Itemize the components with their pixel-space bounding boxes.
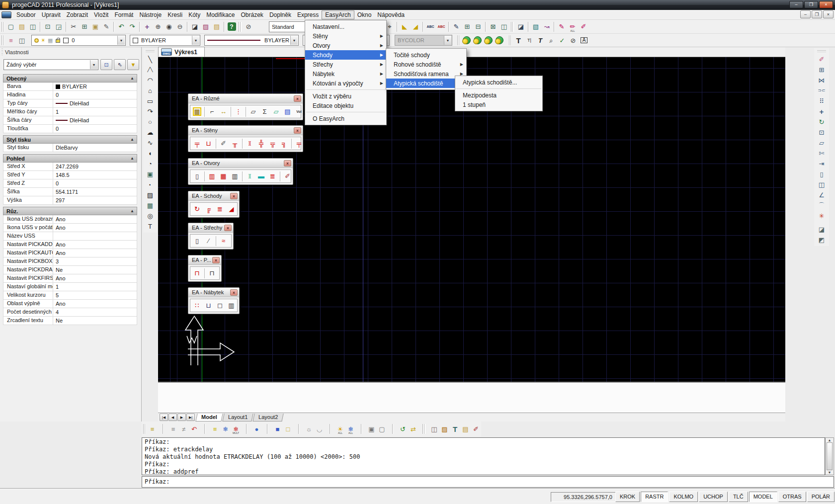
tab-layout2[interactable]: Layout2 bbox=[252, 414, 284, 421]
property-value[interactable]: Ano bbox=[53, 274, 137, 282]
layer-change-icon[interactable]: ≠ bbox=[178, 423, 189, 434]
ea-opening-cyan-icon[interactable]: ▬ bbox=[255, 171, 267, 181]
ea-toolbar-title[interactable]: EA - Stěnyx bbox=[188, 126, 303, 135]
ea-wc-icon[interactable]: ◻ bbox=[214, 300, 226, 311]
rectangle-icon[interactable]: ▭ bbox=[144, 96, 156, 106]
close-icon[interactable]: x bbox=[212, 257, 220, 263]
line-icon[interactable]: ╲ bbox=[144, 54, 156, 65]
property-value[interactable]: DleHlad bbox=[53, 99, 137, 107]
menu-item-tocite-schody[interactable]: Točité schody bbox=[386, 50, 466, 60]
help-icon[interactable]: ? bbox=[226, 21, 237, 32]
command-input[interactable]: Příkaz: bbox=[142, 476, 834, 488]
ea-wall-draw-icon[interactable]: ╤ bbox=[191, 138, 203, 149]
ea-roof-slope-icon[interactable]: ∕ bbox=[203, 236, 214, 246]
command-scrollbar[interactable]: ▲ ▼ bbox=[825, 437, 834, 475]
toolbar-grip[interactable] bbox=[457, 35, 460, 45]
property-value[interactable]: Ano bbox=[53, 241, 137, 249]
command-history[interactable]: Příkaz:Příkaz: etrackdelayNová aktuální … bbox=[142, 437, 825, 475]
menu-item-atypicka-schodiste[interactable]: Atypická schodiště ▶ bbox=[386, 79, 466, 88]
layer-state-icon[interactable]: ↺ bbox=[398, 423, 408, 434]
text-tool-icon[interactable]: T bbox=[144, 221, 156, 232]
selection-combo[interactable]: Žádný výběr ▼ bbox=[3, 59, 98, 70]
collapse-icon[interactable]: ▲ bbox=[130, 76, 134, 81]
ea-toolbar-title[interactable]: EA - P...x bbox=[188, 255, 221, 265]
property-value[interactable]: 297 bbox=[53, 196, 137, 204]
explorer-blocks-icon[interactable]: ▤ bbox=[460, 423, 471, 434]
ea-table-icon[interactable]: ▦ bbox=[191, 106, 203, 117]
ea-wall-section-icon[interactable]: ╥ bbox=[229, 138, 241, 149]
menu-item-nabytek[interactable]: Nábytek ▶ bbox=[305, 69, 386, 79]
menu-item-atypicka-schodiste-dialog[interactable]: Atypická schodiště... bbox=[455, 78, 542, 87]
tab-layout1[interactable]: Layout1 bbox=[222, 414, 253, 421]
rotate-icon[interactable]: ↻ bbox=[816, 117, 828, 127]
text-icon[interactable]: T bbox=[513, 35, 524, 46]
chevron-down-icon[interactable]: ▼ bbox=[290, 36, 298, 45]
property-value[interactable]: 0 bbox=[53, 125, 137, 133]
toolbar-grip[interactable] bbox=[1, 22, 4, 32]
close-icon[interactable]: x bbox=[294, 127, 301, 134]
section-header-general[interactable]: Obecný ▲ bbox=[3, 74, 137, 83]
ea-section-mark-icon[interactable]: ⊓ bbox=[206, 268, 218, 278]
property-value[interactable]: Ne bbox=[53, 317, 137, 325]
ea-window-icon[interactable]: ▥ bbox=[206, 171, 218, 181]
ea-wall-cross-icon[interactable]: ╬ bbox=[255, 138, 267, 149]
all-layers-on-icon[interactable]: ☀ bbox=[335, 423, 345, 434]
move-icon[interactable]: + bbox=[816, 106, 828, 117]
ungroup-icon[interactable]: ◩ bbox=[816, 235, 828, 245]
layer-off-icon[interactable]: ● bbox=[251, 423, 262, 434]
layer-freeze-mult-icon[interactable]: ❄ bbox=[231, 423, 241, 434]
ea-ramp-icon[interactable]: ◢ bbox=[226, 204, 237, 214]
toggle-kolmo[interactable]: KOLMO bbox=[669, 492, 698, 502]
trim-icon[interactable]: ✄ bbox=[816, 148, 828, 159]
ea-table-sum-icon[interactable]: Σ bbox=[259, 106, 270, 117]
menu-upravit[interactable]: Upravit bbox=[39, 10, 64, 19]
layer-lock-icon[interactable]: ■ bbox=[272, 423, 283, 434]
layer-translate-icon[interactable]: ⇄ bbox=[408, 423, 418, 434]
explorer-ucs-icon[interactable]: ▨ bbox=[439, 423, 450, 434]
draworder-front-icon[interactable]: ◪ bbox=[515, 21, 526, 32]
toggle-tlc[interactable]: TLČ bbox=[729, 492, 748, 502]
ea-window-sill-icon[interactable]: ▥ bbox=[229, 171, 241, 181]
collapse-icon[interactable]: ▲ bbox=[130, 156, 134, 161]
explorer-icon[interactable]: ▤ bbox=[211, 21, 222, 32]
layer-combo[interactable]: ☀ ▦ 0 ▼ bbox=[31, 35, 126, 46]
text-style-icon[interactable]: ▨ bbox=[200, 21, 211, 32]
hatch-edit-icon[interactable]: ▧ bbox=[530, 21, 541, 32]
copy-object-icon[interactable]: ⊞ bbox=[816, 65, 828, 75]
explorer-layers-icon[interactable]: ◫ bbox=[429, 423, 439, 434]
maximize-button[interactable]: ❐ bbox=[804, 1, 818, 8]
chevron-down-icon[interactable]: ▼ bbox=[90, 60, 97, 69]
property-value[interactable]: 554.1171 bbox=[53, 188, 137, 196]
edit-all-icon[interactable]: ✏ bbox=[567, 21, 578, 32]
find-replace-icon[interactable]: ⌕ bbox=[546, 35, 557, 46]
layer-explorer-icon[interactable]: ◫ bbox=[16, 35, 27, 46]
ea-wall-gap-icon[interactable]: ][ bbox=[244, 138, 255, 149]
zoom-previous-icon[interactable]: ⊖ bbox=[174, 21, 185, 32]
ea-straight-stair-icon[interactable]: ≣ bbox=[214, 204, 226, 214]
erase-icon[interactable]: ✐ bbox=[816, 54, 828, 65]
set-color-bylayer-icon[interactable] bbox=[461, 35, 472, 46]
match-properties-icon[interactable]: ✎ bbox=[101, 21, 112, 32]
quick-select-icon[interactable]: ▼ bbox=[127, 59, 139, 70]
text-cursor-icon[interactable]: T| bbox=[524, 35, 535, 46]
tab-prev-button[interactable]: ◀ bbox=[168, 414, 177, 421]
property-value[interactable]: 3 bbox=[53, 257, 137, 265]
menu-okno[interactable]: Okno bbox=[354, 10, 375, 19]
ea-handrail-icon[interactable]: ⊓ bbox=[191, 268, 203, 278]
ea-radiator-icon[interactable]: ▥ bbox=[226, 300, 237, 311]
image-attach-icon[interactable]: ⊞ bbox=[462, 21, 473, 32]
menu-express[interactable]: Express bbox=[294, 10, 322, 19]
ea-door-icon[interactable]: ▯ bbox=[191, 171, 203, 181]
ea-wall-recess-icon[interactable]: ⊔ bbox=[203, 138, 214, 149]
ea-l-stair-icon[interactable]: ╔ bbox=[203, 204, 214, 214]
polyline-edit-icon[interactable]: ↝ bbox=[541, 21, 552, 32]
explorer-views-icon[interactable]: ✐ bbox=[471, 423, 481, 434]
layer-isolate-icon[interactable]: ≡ bbox=[210, 423, 220, 434]
toggle-rastr[interactable]: RASTR bbox=[641, 492, 668, 502]
menu-vlozit[interactable]: Vložit bbox=[91, 10, 111, 19]
boundary-icon[interactable]: ▦ bbox=[144, 200, 156, 211]
property-value[interactable]: Ano bbox=[53, 300, 137, 308]
ea-blue-table-icon[interactable]: ▤ bbox=[282, 106, 293, 117]
revision-cloud-icon[interactable]: ☁ bbox=[144, 127, 156, 138]
property-value[interactable]: Ne bbox=[53, 266, 137, 274]
